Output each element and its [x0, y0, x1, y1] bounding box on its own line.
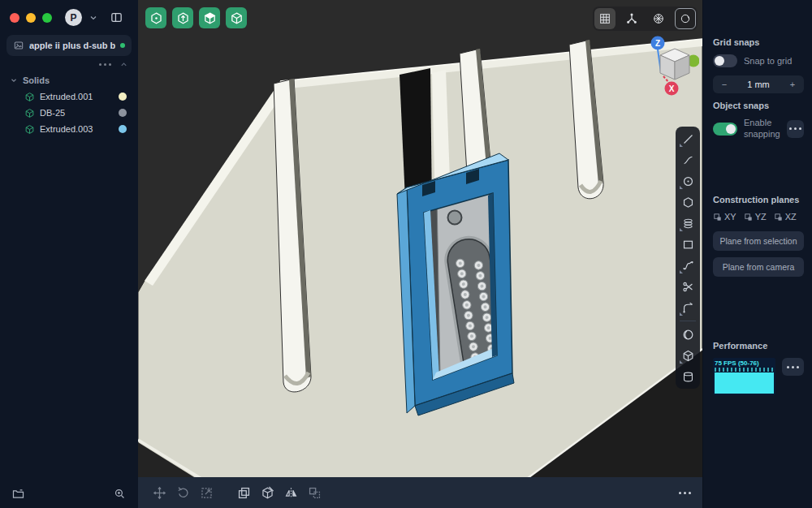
- document-tab[interactable]: apple ii plus d-sub brack...: [6, 35, 132, 56]
- snap-options-button[interactable]: [787, 120, 804, 138]
- center-circle-tool-button[interactable]: [678, 171, 698, 191]
- tree-group-label: Solids: [23, 75, 50, 85]
- array-tool-button[interactable]: [304, 483, 324, 502]
- z-axis-handle[interactable]: Z: [651, 37, 665, 50]
- scene-3d[interactable]: [138, 0, 702, 508]
- outliner-header: [0, 56, 138, 69]
- tree-item-label: Extruded.001: [40, 92, 114, 101]
- gizmo-cube[interactable]: [660, 49, 689, 80]
- coil-tool-button[interactable]: [678, 213, 698, 233]
- render-mode-button[interactable]: [675, 8, 696, 29]
- wire-cube-tool-button[interactable]: [226, 7, 247, 28]
- toggle-panel-icon[interactable]: [110, 11, 123, 24]
- folder-icon[interactable]: [11, 487, 25, 501]
- extrude-tool-button[interactable]: [172, 7, 193, 28]
- fps-histogram: [715, 372, 774, 394]
- zoom-window-button[interactable]: [42, 13, 52, 23]
- plane-xz-button[interactable]: XZ: [774, 212, 797, 222]
- rotate-tool-button[interactable]: [173, 483, 192, 502]
- plane-from-camera-button[interactable]: Plane from camera: [713, 257, 804, 277]
- grid-toggle-button[interactable]: [594, 8, 615, 29]
- more-icon: [789, 127, 801, 130]
- section-title: Performance: [713, 341, 804, 351]
- chevron-down-icon[interactable]: [89, 13, 98, 23]
- sketch-toolbar: [676, 127, 700, 389]
- solid-cube-icon: [24, 124, 35, 135]
- app-logo-badge[interactable]: P: [65, 9, 82, 26]
- sidebar-footer: [0, 479, 138, 508]
- outliner-tree: Solids Extruded.001 DB-25 Ex: [0, 69, 138, 137]
- grid-size-stepper: − 1 mm +: [713, 75, 804, 93]
- hexagon-point-tool-button[interactable]: [145, 7, 166, 28]
- tree-group-solids[interactable]: Solids: [0, 72, 138, 88]
- search-icon[interactable]: [113, 487, 127, 501]
- image-icon: [13, 40, 24, 51]
- enable-snapping-toggle[interactable]: [713, 123, 737, 136]
- box-tool-button[interactable]: [678, 346, 698, 365]
- polygon-tool-button[interactable]: [678, 192, 698, 212]
- tree-item-extruded-001[interactable]: Extruded.001: [0, 88, 138, 105]
- fps-label: 75 FPS (50-76): [713, 358, 775, 367]
- scale-tool-button[interactable]: [197, 483, 216, 502]
- sphere-tool-button[interactable]: [678, 325, 698, 344]
- x-axis-handle[interactable]: X: [665, 82, 679, 96]
- trim-tool-button[interactable]: [678, 277, 698, 296]
- grid-size-value[interactable]: 1 mm: [736, 80, 781, 89]
- tree-item-db-25[interactable]: DB-25: [0, 105, 138, 121]
- document-status-dot: [120, 43, 125, 48]
- object-snaps-section: Object snaps Enable snapping: [713, 101, 804, 140]
- construction-planes-section: Construction planes XY YZ XZ Plane from …: [713, 195, 804, 283]
- chevron-down-icon: [10, 76, 18, 84]
- more-icon[interactable]: [679, 492, 691, 494]
- fillet-tool-button[interactable]: [678, 298, 698, 317]
- close-window-button[interactable]: [10, 13, 19, 23]
- plane-yz-button[interactable]: YZ: [744, 212, 767, 222]
- increment-button[interactable]: +: [781, 80, 804, 89]
- creation-toolbar: [145, 7, 247, 28]
- minimize-window-button[interactable]: [26, 13, 36, 23]
- collapse-icon[interactable]: [119, 60, 128, 69]
- plane-xy-button[interactable]: XY: [713, 212, 736, 222]
- viewport-3d[interactable]: Z X: [138, 0, 702, 508]
- transform-toolbar: [138, 477, 702, 508]
- spline-tool-button[interactable]: [678, 256, 698, 275]
- snap-to-grid-toggle[interactable]: [713, 54, 737, 67]
- section-title: Grid snaps: [713, 37, 804, 47]
- decrement-button[interactable]: −: [713, 80, 736, 89]
- more-icon[interactable]: [99, 63, 111, 66]
- sidebar: P apple ii plus d-sub brack...: [0, 0, 138, 508]
- cylinder-tool-button[interactable]: [678, 367, 698, 386]
- viewmode-toolbar: [593, 6, 698, 31]
- plane-from-selection-button[interactable]: Plane from selection: [713, 231, 804, 251]
- svg-text:Z: Z: [655, 39, 660, 48]
- section-title: Construction planes: [713, 195, 804, 204]
- tree-item-label: DB-25: [40, 108, 114, 118]
- toggle-label: Snap to grid: [744, 56, 792, 66]
- section-title: Object snaps: [713, 101, 804, 110]
- tree-item-label: Extruded.003: [40, 124, 114, 134]
- line-tool-button[interactable]: [678, 129, 698, 149]
- settings-panel: Grid snaps Snap to grid − 1 mm + Object …: [702, 0, 812, 508]
- color-swatch[interactable]: [119, 109, 127, 117]
- tree-item-extruded-003[interactable]: Extruded.003: [0, 121, 138, 137]
- solid-cube-icon: [24, 108, 35, 118]
- grid-snaps-section: Grid snaps Snap to grid − 1 mm +: [713, 37, 804, 93]
- color-swatch[interactable]: [119, 125, 127, 133]
- color-swatch[interactable]: [119, 93, 127, 101]
- move-tool-button[interactable]: [149, 483, 169, 502]
- axes-widget-button[interactable]: [621, 8, 642, 29]
- duplicate-tool-button[interactable]: [234, 483, 253, 502]
- solid-cube-tool-button[interactable]: [199, 7, 220, 28]
- fps-ticks: [715, 368, 774, 372]
- svg-text:X: X: [669, 84, 675, 93]
- performance-options-button[interactable]: [782, 358, 804, 376]
- navigation-wheel-button[interactable]: [648, 8, 669, 29]
- toggle-label: Enable snapping: [744, 118, 780, 140]
- boolean-tool-button[interactable]: [257, 483, 277, 502]
- curve-tool-button[interactable]: [678, 150, 698, 170]
- dsub-bracket[interactable]: [397, 153, 514, 415]
- orientation-gizmo[interactable]: Z X: [647, 34, 699, 96]
- mirror-tool-button[interactable]: [281, 483, 300, 502]
- fps-graph: 75 FPS (50-76): [713, 358, 775, 395]
- rectangle-tool-button[interactable]: [678, 235, 698, 254]
